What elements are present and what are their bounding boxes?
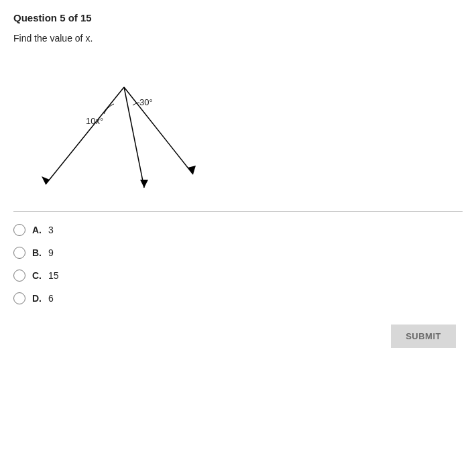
option-c[interactable]: C. 15	[13, 270, 463, 282]
angle2-label: 30°	[139, 97, 153, 107]
radio-b[interactable]	[13, 247, 25, 259]
radio-d[interactable]	[13, 292, 25, 304]
submit-button[interactable]: SUBMIT	[391, 324, 456, 348]
option-c-label[interactable]: C. 15	[32, 270, 58, 281]
option-b-label[interactable]: B. 9	[32, 247, 54, 258]
answer-options: A. 3 B. 9 C. 15 D. 6	[13, 224, 463, 304]
option-d-value: 6	[48, 293, 54, 304]
option-a-letter: A.	[32, 225, 42, 235]
option-b-letter: B.	[32, 247, 42, 258]
option-d-letter: D.	[32, 293, 42, 304]
option-d[interactable]: D. 6	[13, 292, 463, 304]
svg-marker-1	[42, 176, 50, 184]
svg-marker-5	[140, 180, 148, 188]
diagram-area: 10x° 30°	[13, 50, 463, 204]
section-divider	[13, 211, 463, 212]
angle1-label: 10x°	[86, 116, 103, 126]
geometry-diagram: 10x° 30°	[27, 57, 228, 198]
question-header: Question 5 of 15	[13, 12, 463, 23]
option-c-letter: C.	[32, 270, 42, 281]
svg-line-2	[124, 87, 193, 174]
option-d-label[interactable]: D. 6	[32, 293, 54, 304]
option-a-value: 3	[48, 225, 54, 235]
submit-area: SUBMIT	[13, 324, 463, 348]
question-counter: Question 5 of 15	[13, 12, 92, 23]
option-a-label[interactable]: A. 3	[32, 225, 54, 235]
question-text: Find the value of x.	[13, 33, 463, 44]
option-a[interactable]: A. 3	[13, 224, 463, 236]
radio-a[interactable]	[13, 224, 25, 236]
question-body: Find the value of x.	[13, 33, 93, 44]
option-b-value: 9	[48, 247, 54, 258]
option-c-value: 15	[48, 270, 59, 281]
radio-c[interactable]	[13, 270, 25, 282]
svg-line-0	[46, 87, 124, 184]
option-b[interactable]: B. 9	[13, 247, 463, 259]
